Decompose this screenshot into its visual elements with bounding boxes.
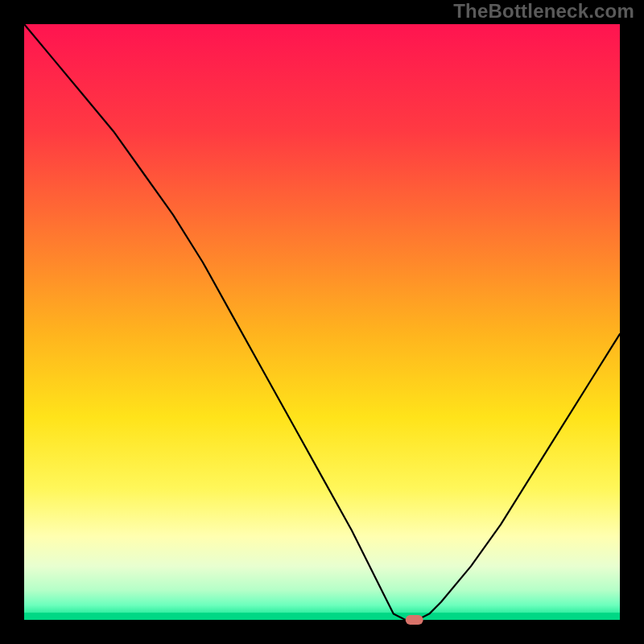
plot-floor — [24, 613, 620, 620]
chart-stage: TheBottleneck.com — [0, 0, 644, 644]
bottleneck-chart — [0, 0, 644, 644]
optimum-marker — [406, 615, 423, 625]
watermark-text: TheBottleneck.com — [453, 0, 634, 23]
plot-background — [24, 24, 620, 620]
